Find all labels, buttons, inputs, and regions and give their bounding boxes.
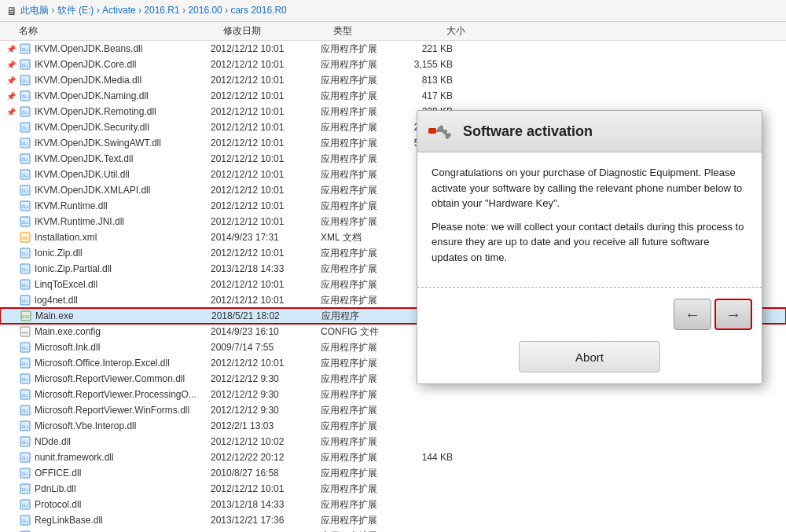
forward-button[interactable]: → <box>714 299 752 330</box>
file-explorer: 🖥 此电脑 › 软件 (E:) › Activate › 2016.R1 › 2… <box>0 0 786 532</box>
back-button[interactable]: ← <box>674 299 711 330</box>
tools-icon <box>427 117 455 145</box>
dialog-title: Software activation <box>463 123 593 140</box>
abort-button[interactable]: Abort <box>519 341 660 372</box>
forward-arrow-icon: → <box>725 306 741 324</box>
dialog-footer: Abort <box>417 335 762 383</box>
dialog-text-2: Please note: we will collect your contac… <box>432 219 747 266</box>
modal-overlay: Software activation Congratulations on y… <box>0 0 786 532</box>
dialog-text-1: Congratulations on your purchase of Diag… <box>432 165 747 211</box>
dialog-nav-buttons: ← → <box>417 294 762 335</box>
dialog-separator <box>417 287 762 288</box>
back-arrow-icon: ← <box>685 306 700 324</box>
dialog-titlebar: Software activation <box>417 111 762 152</box>
svg-rect-81 <box>428 130 435 133</box>
dialog-body: Congratulations on your purchase of Diag… <box>417 152 762 281</box>
software-activation-dialog: Software activation Congratulations on y… <box>417 110 762 384</box>
